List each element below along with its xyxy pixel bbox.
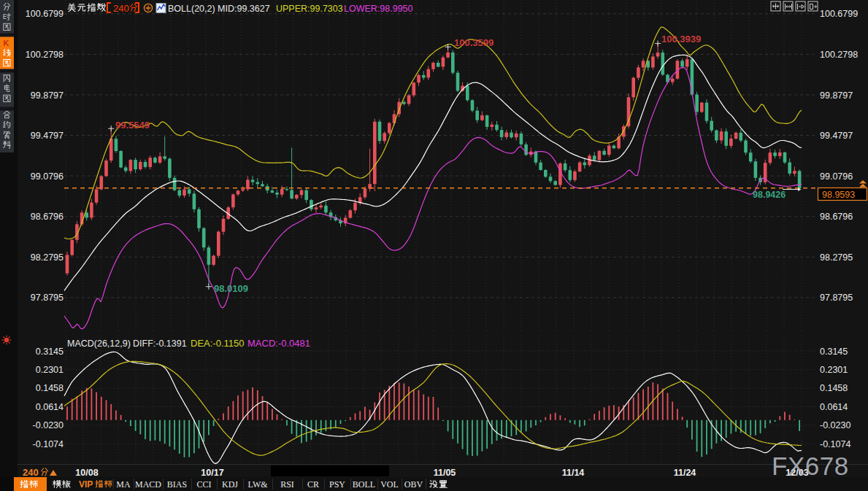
svg-text:100.2798: 100.2798 xyxy=(26,50,64,60)
svg-text:99.4797: 99.4797 xyxy=(820,131,853,141)
svg-text:100.3939: 100.3939 xyxy=(661,34,701,45)
svg-text:K: K xyxy=(4,39,9,47)
svg-text:99.0796: 99.0796 xyxy=(820,171,853,182)
svg-text:-0.1074: -0.1074 xyxy=(33,439,64,449)
svg-text:-0.0230: -0.0230 xyxy=(33,420,64,430)
svg-text:98.2795: 98.2795 xyxy=(820,252,853,263)
svg-text:CCI: CCI xyxy=(196,479,211,490)
svg-text:98.6796: 98.6796 xyxy=(820,212,853,222)
svg-text:99.4797: 99.4797 xyxy=(31,131,64,141)
svg-text:CR: CR xyxy=(307,479,319,490)
svg-text:-0.0230: -0.0230 xyxy=(820,420,850,430)
svg-text:-0.1074: -0.1074 xyxy=(820,439,850,449)
svg-text:BOLL: BOLL xyxy=(353,479,375,490)
svg-text:99.5549: 99.5549 xyxy=(115,120,150,131)
svg-text:DEA:-0.1150: DEA:-0.1150 xyxy=(191,338,244,349)
svg-text:0.3145: 0.3145 xyxy=(820,347,848,357)
svg-text:0.1458: 0.1458 xyxy=(820,383,848,393)
svg-text:98.9593: 98.9593 xyxy=(822,190,855,200)
svg-text:RSI: RSI xyxy=(280,479,294,490)
svg-text:11/05: 11/05 xyxy=(434,468,456,478)
svg-text:240: 240 xyxy=(113,3,129,14)
svg-text:FX678: FX678 xyxy=(772,452,849,480)
svg-text:100.2798: 100.2798 xyxy=(820,50,858,60)
svg-text:BOLL(20,2) MID:99.3627: BOLL(20,2) MID:99.3627 xyxy=(168,4,270,14)
svg-text:11/14: 11/14 xyxy=(562,468,585,478)
svg-text:11/24: 11/24 xyxy=(674,468,696,478)
svg-text:DIFF:-0.1391: DIFF:-0.1391 xyxy=(133,339,187,349)
svg-text:0.0614: 0.0614 xyxy=(36,402,64,412)
svg-text:MACD:-0.0481: MACD:-0.0481 xyxy=(247,338,310,349)
svg-text:0.2301: 0.2301 xyxy=(820,365,848,375)
svg-text:99.0796: 99.0796 xyxy=(31,171,64,182)
svg-text:PSY: PSY xyxy=(329,479,345,490)
svg-text:MACD: MACD xyxy=(135,479,161,490)
svg-text:VOL: VOL xyxy=(380,479,399,490)
svg-text:100.3599: 100.3599 xyxy=(454,37,493,48)
svg-text:97.8795: 97.8795 xyxy=(31,293,64,303)
svg-text:VIP: VIP xyxy=(79,479,93,490)
svg-text:KDJ: KDJ xyxy=(222,479,238,490)
svg-text:98.2795: 98.2795 xyxy=(31,252,64,263)
svg-text:OBV: OBV xyxy=(404,479,423,490)
svg-text:LW&: LW& xyxy=(247,479,268,490)
svg-text:98.0109: 98.0109 xyxy=(214,283,248,294)
svg-text:0.3145: 0.3145 xyxy=(36,347,64,357)
svg-text:99.8797: 99.8797 xyxy=(820,90,853,101)
svg-text:98.9426: 98.9426 xyxy=(753,190,786,200)
svg-text:LOWER:98.9950: LOWER:98.9950 xyxy=(344,4,413,14)
svg-text:98.6796: 98.6796 xyxy=(31,212,64,222)
svg-text:0.1458: 0.1458 xyxy=(36,383,64,393)
svg-text:MA: MA xyxy=(116,479,131,490)
svg-text:10/08: 10/08 xyxy=(75,468,98,478)
svg-text:BIAS: BIAS xyxy=(167,479,187,490)
svg-text:UPPER:99.7303: UPPER:99.7303 xyxy=(276,4,343,14)
svg-text:97.8795: 97.8795 xyxy=(820,293,853,303)
svg-text:240: 240 xyxy=(23,467,39,478)
svg-text:0.0614: 0.0614 xyxy=(820,402,848,412)
svg-text:MACD(26,12,9): MACD(26,12,9) xyxy=(67,339,131,349)
svg-text:99.8797: 99.8797 xyxy=(31,90,64,101)
svg-text:0.2301: 0.2301 xyxy=(36,365,64,375)
svg-text:10/17: 10/17 xyxy=(201,468,223,478)
